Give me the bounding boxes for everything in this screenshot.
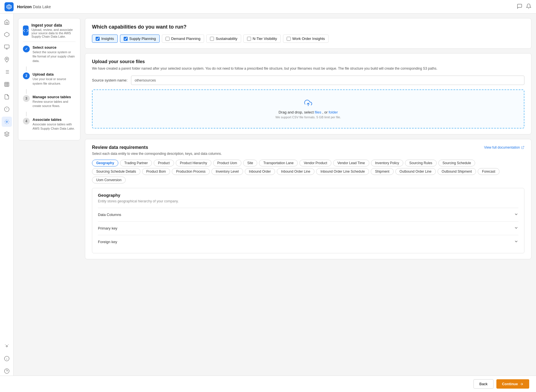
accordion-chevron-2 <box>514 239 518 245</box>
entity-tag-trading-partner[interactable]: Trading Partner <box>120 160 152 166</box>
svg-marker-0 <box>7 4 12 9</box>
sidebar-layers-icon[interactable] <box>2 129 12 139</box>
upload-desc: We have created a parent folder named af… <box>92 66 524 71</box>
chat-icon[interactable] <box>517 3 522 10</box>
entity-tag-sourcing-schedule[interactable]: Sourcing Schedule <box>438 160 475 166</box>
sidebar-info-icon[interactable] <box>2 354 12 364</box>
sidebar-box-icon[interactable] <box>2 42 12 52</box>
capabilities-row: Insights Supply Planning Demand Planning… <box>92 35 524 43</box>
step-title-1: Select source <box>33 45 76 50</box>
entity-tag-product-hierarchy[interactable]: Product Hierarchy <box>176 160 211 166</box>
sidebar-document-icon[interactable] <box>2 92 12 102</box>
doc-link[interactable]: View full documentation <box>484 145 524 149</box>
step-item-4: 4 Associate tables Associate source tabl… <box>23 117 76 131</box>
sidebar-chart-icon[interactable] <box>2 79 12 89</box>
folder-link[interactable]: folder <box>329 110 338 114</box>
entity-tag-inventory-policy[interactable]: Inventory Policy <box>371 160 404 166</box>
capability-sustainability[interactable]: Sustainability <box>206 35 241 43</box>
entity-tag-sourcing-rules[interactable]: Sourcing Rules <box>405 160 436 166</box>
step-desc-4: Associate source tables with AWS Supply … <box>33 122 76 131</box>
back-button[interactable]: Back <box>473 379 494 389</box>
upload-card: Upload your source files We have created… <box>85 53 531 134</box>
entity-tag-product-bom[interactable]: Product Bom <box>142 168 170 175</box>
entity-tag-forecast[interactable]: Forecast <box>478 168 499 175</box>
accordion-label-0: Data Columns <box>98 213 121 217</box>
entity-tag-geography[interactable]: Geography <box>92 160 118 166</box>
top-nav-icons <box>517 3 531 10</box>
step-content-2: Upload data Use your local or source sys… <box>33 72 76 86</box>
cap-checkbox-n-tier[interactable] <box>247 37 251 41</box>
svg-point-6 <box>6 58 7 60</box>
source-name-input[interactable] <box>131 76 524 85</box>
cap-checkbox-work-order[interactable] <box>287 37 291 41</box>
bell-icon[interactable] <box>526 3 531 10</box>
svg-marker-22 <box>4 132 9 134</box>
entity-tag-inventory-level[interactable]: Inventory Level <box>211 168 243 175</box>
svg-point-23 <box>6 346 7 347</box>
sidebar-help-icon[interactable] <box>2 366 12 376</box>
sidebar-home-icon[interactable] <box>2 17 12 27</box>
capability-insights[interactable]: Insights <box>92 35 118 43</box>
step-connector-1 <box>26 67 27 71</box>
drop-zone[interactable]: Drag and drop, select files , or folder … <box>92 89 524 128</box>
svg-marker-1 <box>8 5 10 8</box>
entity-tag-product-uom[interactable]: Product Uom <box>213 160 241 166</box>
entity-tag-inbound-order-line[interactable]: Inbound Order Line <box>277 168 314 175</box>
step-content-4: Associate tables Associate source tables… <box>33 117 76 131</box>
accordion-header-0[interactable]: Data Columns <box>98 208 518 221</box>
svg-rect-3 <box>4 45 9 48</box>
step-num-3: 3 <box>23 95 30 102</box>
files-link[interactable]: files <box>315 110 321 114</box>
cap-checkbox-demand-planning[interactable] <box>166 37 170 41</box>
accordion-1: Primary key <box>98 221 518 235</box>
entity-tag-sourcing-schedule-details[interactable]: Sourcing Schedule Details <box>92 168 140 175</box>
sidebar-package-icon[interactable] <box>2 29 12 40</box>
capability-n-tier[interactable]: N-Tier Visibility <box>243 35 281 43</box>
capability-work-order[interactable]: Work Order Insights <box>283 35 329 43</box>
step-desc-2: Use your local or source system file str… <box>33 77 76 86</box>
entity-tag-production-process[interactable]: Production Process <box>172 168 210 175</box>
capability-demand-planning[interactable]: Demand Planning <box>162 35 204 43</box>
main-panel: Which capabilities do you want to run? I… <box>85 18 531 259</box>
app-name: Horizon Data Lake <box>17 5 51 9</box>
entity-tag-transportation-lane[interactable]: Transportation Lane <box>259 160 298 166</box>
entity-tag-outbound-shipment[interactable]: Outbound Shipment <box>438 168 476 175</box>
svg-line-31 <box>522 146 524 148</box>
step-title-3: Manage source tables <box>33 95 76 99</box>
req-header: Review data requirements View full docum… <box>92 145 524 150</box>
accordion-header-2[interactable]: Foreign key <box>98 235 518 249</box>
cap-label-sustainability: Sustainability <box>216 37 237 41</box>
step-desc-3: Review source tables and create source f… <box>33 100 76 108</box>
requirements-card: Review data requirements View full docum… <box>85 139 531 259</box>
entity-tag-vendor-product[interactable]: Vendor Product <box>299 160 331 166</box>
entity-tag-uom-conversion[interactable]: Uom Conversion <box>92 177 126 183</box>
capability-supply-planning[interactable]: Supply Planning <box>120 35 160 43</box>
step-num-2: 2 <box>23 72 30 79</box>
geo-desc: Entity stores geographical hierarchy of … <box>98 199 518 203</box>
step-title-4: Associate tables <box>33 117 76 122</box>
step-item-1: ✓ Select source Select the source system… <box>23 45 76 63</box>
entity-tag-inbound-order-line-schedule[interactable]: Inbound Order Line Schedule <box>316 168 369 175</box>
steps-panel: Ingest your data Upload, review, and ass… <box>18 18 80 140</box>
entity-tag-inbound-order[interactable]: Inbound Order <box>245 168 275 175</box>
upload-icon <box>102 99 515 108</box>
sidebar-pin-icon[interactable] <box>2 104 12 114</box>
sidebar-bottom-settings-icon[interactable] <box>2 341 12 351</box>
accordion-header-1[interactable]: Primary key <box>98 222 518 235</box>
entity-tag-product[interactable]: Product <box>154 160 174 166</box>
geo-title: Geography <box>98 193 518 198</box>
cap-checkbox-sustainability[interactable] <box>210 37 214 41</box>
cap-checkbox-supply-planning[interactable] <box>124 37 128 41</box>
sidebar-location-icon[interactable] <box>2 54 12 65</box>
sidebar-settings-active-icon[interactable] <box>2 117 12 127</box>
step-content-3: Manage source tables Review source table… <box>33 95 76 108</box>
cap-checkbox-insights[interactable] <box>96 37 100 41</box>
svg-marker-2 <box>4 32 9 37</box>
entity-tag-outbound-order-line[interactable]: Outbound Order Line <box>395 168 436 175</box>
continue-button[interactable]: Continue <box>496 379 529 389</box>
entity-tag-shipment[interactable]: Shipment <box>371 168 394 175</box>
entity-tag-site[interactable]: Site <box>243 160 258 166</box>
entity-tag-vendor-lead-time[interactable]: Vendor Lead Time <box>333 160 369 166</box>
sidebar-list-icon[interactable] <box>2 67 12 77</box>
cap-label-work-order: Work Order Insights <box>292 37 325 41</box>
